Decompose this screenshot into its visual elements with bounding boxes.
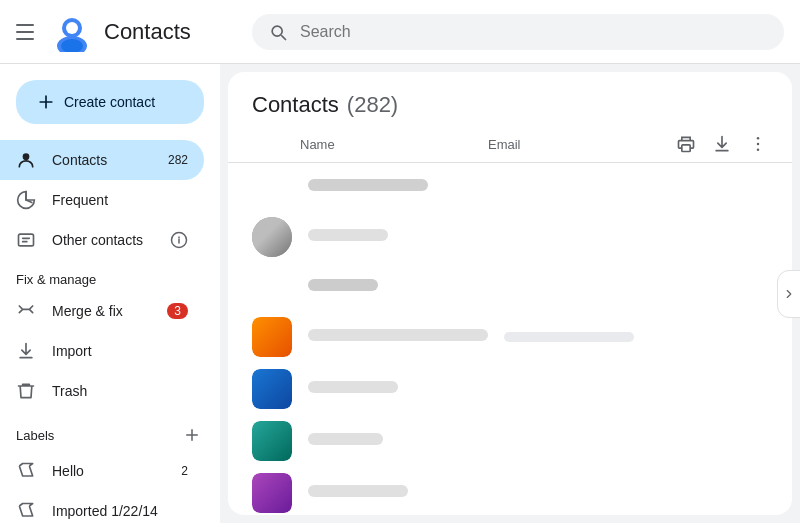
merge-icon — [16, 301, 36, 321]
sidebar-toggle-button[interactable] — [777, 270, 800, 318]
svg-point-2 — [66, 22, 78, 34]
app-title: Contacts — [104, 19, 191, 45]
contact-avatar — [252, 317, 292, 357]
col-email-header: Email — [488, 137, 668, 152]
search-bar[interactable] — [252, 14, 784, 50]
contact-name-cell — [308, 229, 482, 245]
export-icon[interactable] — [712, 134, 732, 154]
app-header: Contacts — [0, 0, 800, 64]
fix-manage-label: Fix & manage — [0, 260, 220, 291]
more-options-icon[interactable] — [748, 134, 768, 154]
contacts-list — [228, 163, 792, 515]
merge-badge: 3 — [167, 303, 188, 319]
svg-point-4 — [23, 153, 30, 160]
labels-section-header: Labels — [0, 411, 220, 451]
table-row[interactable] — [228, 415, 792, 467]
contact-avatar — [252, 217, 292, 257]
contact-avatar — [252, 473, 292, 513]
svg-point-9 — [757, 143, 760, 146]
table-row[interactable] — [228, 163, 792, 211]
table-row[interactable] — [228, 467, 792, 515]
contact-name-cell — [308, 279, 482, 295]
contacts-header: Contacts (282) — [228, 72, 792, 126]
svg-point-8 — [757, 137, 760, 140]
table-actions — [676, 134, 768, 154]
contact-name-cell — [308, 329, 488, 345]
search-input[interactable] — [300, 23, 768, 41]
sidebar-item-other-contacts[interactable]: Other contacts — [0, 220, 204, 260]
sidebar-item-label-imported[interactable]: Imported 1/22/14 — [0, 491, 204, 523]
contact-avatar — [252, 421, 292, 461]
label-imported-icon — [16, 501, 36, 521]
contact-name-cell — [308, 179, 482, 195]
table-row[interactable] — [228, 211, 792, 263]
main-content: Contacts (282) Name Email — [228, 72, 792, 515]
labels-label: Labels — [16, 428, 180, 443]
trash-icon — [16, 381, 36, 401]
table-row[interactable] — [228, 263, 792, 311]
import-icon — [16, 341, 36, 361]
col-name-header: Name — [300, 137, 480, 152]
sidebar: Create contact Contacts 282 Frequent — [0, 64, 220, 523]
table-row[interactable] — [228, 363, 792, 415]
contact-avatar — [252, 369, 292, 409]
sidebar-item-trash[interactable]: Trash — [0, 371, 204, 411]
svg-point-10 — [757, 149, 760, 152]
table-row[interactable] — [228, 311, 792, 363]
plus-icon — [36, 92, 56, 112]
sidebar-item-frequent[interactable]: Frequent — [0, 180, 204, 220]
contact-name-cell — [308, 485, 482, 501]
other-contacts-info-icon[interactable] — [170, 231, 188, 249]
svg-rect-5 — [19, 234, 34, 246]
main-layout: Create contact Contacts 282 Frequent — [0, 64, 800, 523]
header-left: Contacts — [16, 12, 236, 52]
contact-name-cell — [308, 381, 482, 397]
print-icon[interactable] — [676, 134, 696, 154]
contacts-title: Contacts — [252, 92, 339, 118]
contact-name-cell — [308, 433, 482, 449]
table-header: Name Email — [228, 126, 792, 163]
sidebar-item-contacts[interactable]: Contacts 282 — [0, 140, 204, 180]
frequent-icon — [16, 190, 36, 210]
contacts-count: (282) — [347, 92, 398, 118]
contacts-icon — [16, 150, 36, 170]
sidebar-item-merge[interactable]: Merge & fix 3 — [0, 291, 204, 331]
add-label-button[interactable] — [180, 423, 204, 447]
sidebar-item-label-hello[interactable]: Hello 2 — [0, 451, 204, 491]
other-contacts-icon — [16, 230, 36, 250]
app-logo — [52, 12, 92, 52]
create-contact-button[interactable]: Create contact — [16, 80, 204, 124]
search-icon — [268, 22, 288, 42]
label-hello-icon — [16, 461, 36, 481]
svg-rect-7 — [682, 145, 690, 152]
menu-icon[interactable] — [16, 20, 40, 44]
sidebar-item-import[interactable]: Import — [0, 331, 204, 371]
